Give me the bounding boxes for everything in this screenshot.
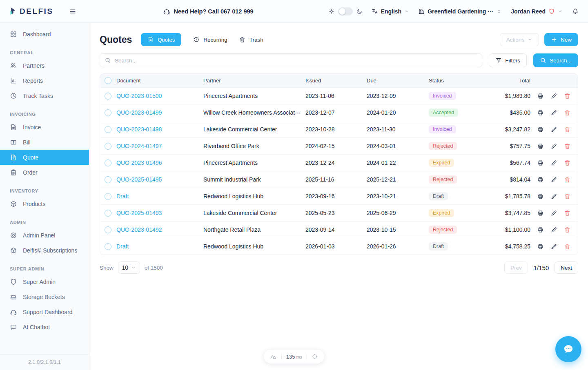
delete-icon[interactable]	[564, 109, 571, 116]
menu-icon[interactable]	[69, 8, 76, 15]
print-icon[interactable]	[537, 243, 544, 250]
row-checkbox[interactable]	[105, 243, 111, 250]
chevron-down-icon	[131, 265, 136, 270]
document-link[interactable]: QUO-2023-01499	[116, 109, 203, 116]
edit-icon[interactable]	[550, 160, 557, 166]
tab-quotes[interactable]: Quotes	[141, 33, 181, 46]
delete-icon[interactable]	[564, 193, 571, 200]
edit-icon[interactable]	[550, 109, 557, 116]
sidebar-item-super-admin[interactable]: Super Admin	[0, 274, 89, 289]
print-icon[interactable]	[537, 176, 544, 183]
row-checkbox[interactable]	[105, 210, 111, 217]
language-selector[interactable]: English	[372, 8, 410, 15]
document-link[interactable]: Draft	[116, 243, 203, 250]
sidebar-item-dashboard[interactable]: Dashboard	[0, 27, 89, 42]
actions-dropdown[interactable]: Actions	[500, 33, 539, 46]
sidebar-item-invoice[interactable]: Invoice	[0, 120, 89, 135]
sidebar-item-products[interactable]: Products	[0, 196, 89, 211]
company-selector[interactable]: Greenfield Gardening ···	[418, 8, 502, 15]
edit-icon[interactable]	[550, 243, 557, 250]
sidebar-item-partners[interactable]: Partners	[0, 58, 89, 73]
row-checkbox[interactable]	[105, 93, 111, 100]
due-cell: 2023-10-21	[367, 193, 429, 199]
tab-recurring[interactable]: Recurring	[193, 36, 227, 43]
row-checkbox[interactable]	[105, 109, 111, 116]
sidebar-item-track-tasks[interactable]: Track Tasks	[0, 88, 89, 103]
delete-icon[interactable]	[564, 243, 571, 250]
print-icon[interactable]	[537, 210, 544, 217]
row-checkbox[interactable]	[105, 193, 111, 200]
sidebar-item-reports[interactable]: Reports	[0, 73, 89, 88]
document-link[interactable]: QUO-2023-01498	[116, 126, 203, 133]
delete-icon[interactable]	[564, 226, 571, 233]
edit-icon[interactable]	[550, 143, 557, 150]
edit-icon[interactable]	[550, 210, 557, 217]
row-checkbox[interactable]	[105, 160, 111, 166]
trash-icon	[239, 36, 246, 43]
edit-icon[interactable]	[550, 226, 557, 233]
sidebar-sections: Dashboard GENERAL Partners Reports Track…	[0, 23, 89, 354]
sidebar-item-quote[interactable]: Quote	[0, 150, 89, 165]
edit-icon[interactable]	[550, 193, 557, 200]
sidebar-item-ai-chatbot[interactable]: AI Chatbot	[0, 319, 89, 335]
row-checkbox[interactable]	[105, 226, 111, 233]
select-all-checkbox[interactable]	[105, 77, 111, 84]
delete-icon[interactable]	[564, 160, 571, 166]
search-button[interactable]: Search...	[533, 53, 578, 67]
sidebar-item-bill[interactable]: Bill	[0, 135, 89, 150]
edit-icon[interactable]	[550, 176, 557, 183]
chat-fab-button[interactable]	[555, 336, 581, 362]
issued-cell: 2023-12-24	[305, 160, 367, 166]
partner-cell: Riverbend Office Park	[203, 143, 305, 149]
row-checkbox[interactable]	[105, 176, 111, 183]
filters-button[interactable]: Filters	[489, 53, 527, 67]
sidebar-item-order[interactable]: Order	[0, 165, 89, 180]
row-checkbox[interactable]	[105, 126, 111, 133]
edit-icon[interactable]	[550, 126, 557, 133]
document-link[interactable]: QUO-2023-01492	[116, 226, 203, 233]
sidebar-item-delfis-subscriptions[interactable]: Delfis© Subscriptions	[0, 243, 89, 258]
print-icon[interactable]	[537, 226, 544, 233]
due-cell: 2026-01-26	[367, 243, 429, 250]
search-input[interactable]	[115, 58, 477, 64]
theme-toggle[interactable]	[338, 7, 353, 16]
sidebar-item-support-dashboard[interactable]: Support Dashboard	[0, 304, 89, 319]
crosshair-icon[interactable]	[312, 353, 318, 360]
page-size-select[interactable]: 10	[118, 261, 140, 274]
document-link[interactable]: QUO-2023-01500	[116, 93, 203, 99]
document-link[interactable]: Draft	[116, 193, 203, 199]
row-checkbox[interactable]	[105, 143, 111, 150]
delete-icon[interactable]	[564, 143, 571, 150]
total-count-label: of 1500	[145, 265, 163, 271]
table-row: QUO-2023-01496 Pinecrest Apartments 2023…	[100, 154, 578, 171]
print-icon[interactable]	[537, 109, 544, 116]
tab-trash[interactable]: Trash	[239, 36, 263, 43]
prev-button[interactable]: Prev	[504, 261, 528, 274]
sidebar-item-storage-buckets[interactable]: Storage Buckets	[0, 289, 89, 304]
total-cell: $3,247.82	[494, 126, 533, 133]
delete-icon[interactable]	[564, 126, 571, 133]
user-menu[interactable]: Jordan Reed	[511, 8, 563, 15]
delete-icon[interactable]	[564, 93, 571, 100]
delete-icon[interactable]	[564, 210, 571, 217]
edit-icon[interactable]	[550, 93, 557, 100]
bell-icon[interactable]	[572, 8, 579, 15]
document-link[interactable]: QUO-2024-01497	[116, 143, 203, 149]
document-link[interactable]: QUO-2023-01496	[116, 160, 203, 166]
print-icon[interactable]	[537, 93, 544, 100]
print-icon[interactable]	[537, 143, 544, 150]
chart-icon	[10, 77, 17, 84]
document-link[interactable]: QUO-2025-01493	[116, 210, 203, 216]
document-link[interactable]: QUO-2025-01495	[116, 176, 203, 183]
theme-switcher	[328, 7, 363, 16]
chevron-down-icon	[528, 37, 532, 42]
print-icon[interactable]	[537, 193, 544, 200]
delete-icon[interactable]	[564, 176, 571, 183]
next-button[interactable]: Next	[555, 261, 578, 274]
tabs: Quotes Recurring Trash	[141, 33, 274, 46]
print-icon[interactable]	[537, 126, 544, 133]
brand-logo[interactable]: DELFIS	[9, 7, 53, 16]
sidebar-item-admin-panel[interactable]: Admin Panel	[0, 228, 89, 243]
print-icon[interactable]	[537, 160, 544, 166]
new-button[interactable]: New	[544, 33, 578, 46]
